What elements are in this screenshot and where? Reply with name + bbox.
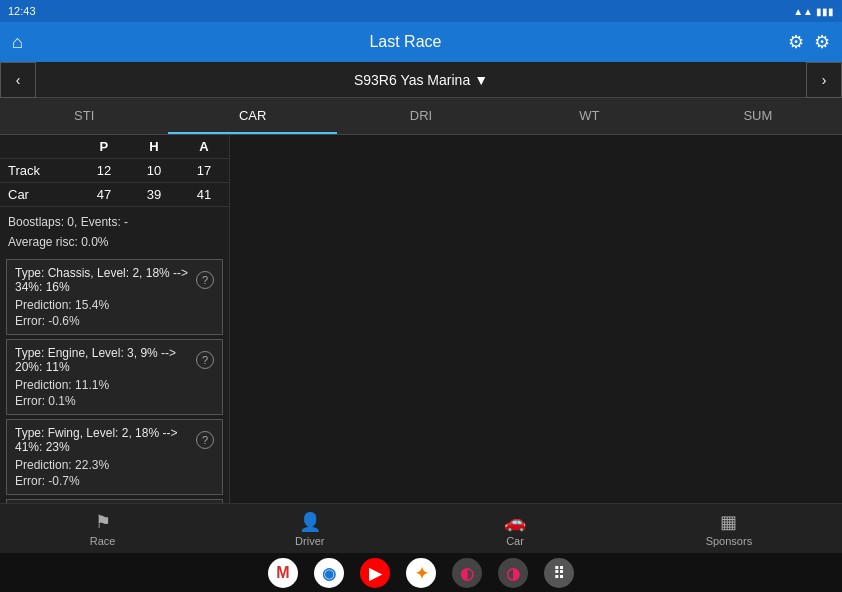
car-label: Car [506, 535, 524, 547]
nav-session-selector: S93R6 Yas Marina ▼ [354, 72, 488, 88]
main-content: PHA Track121017Car473941 Boostlaps: 0, E… [0, 135, 842, 503]
stats-col-header: A [179, 135, 229, 159]
bottom-nav-race[interactable]: ⚑Race [90, 511, 116, 547]
stats-cell-h: 39 [129, 183, 179, 207]
help-icon[interactable]: ? [196, 271, 214, 289]
stats-cell-label: Track [0, 159, 79, 183]
stats-table-row: Car473941 [0, 183, 229, 207]
upgrade-prediction: Prediction: 11.1% [15, 378, 214, 392]
driver-icon: 👤 [299, 511, 321, 533]
race-icon: ⚑ [95, 511, 111, 533]
upgrade-cards-container: Type: Chassis, Level: 2, 18% --> 34%: 16… [0, 259, 229, 503]
upgrade-card-0: Type: Chassis, Level: 2, 18% --> 34%: 16… [6, 259, 223, 335]
upgrade-type-row: Type: Fwing, Level: 2, 18% --> 41%: 23%? [15, 426, 214, 454]
bottom-nav: ⚑Race👤Driver🚗Car▦Sponsors [0, 503, 842, 553]
tab-dri[interactable]: DRI [337, 98, 505, 134]
car-icon: 🚗 [504, 511, 526, 533]
tab-wt[interactable]: WT [505, 98, 673, 134]
driver-label: Driver [295, 535, 324, 547]
nav-row: ‹ S93R6 Yas Marina ▼ › [0, 62, 842, 98]
stats-table: PHA Track121017Car473941 [0, 135, 229, 207]
upgrade-type-row: Type: Chassis, Level: 2, 18% --> 34%: 16… [15, 266, 214, 294]
android-app-app1[interactable]: ◐ [452, 558, 482, 588]
boost-info: Boostlaps: 0, Events: - [0, 211, 229, 233]
android-app-photos[interactable]: ✦ [406, 558, 436, 588]
android-app-gmail[interactable]: M [268, 558, 298, 588]
tabs: STICARDRIWTSUM [0, 98, 842, 135]
settings-icon-1[interactable]: ⚙ [788, 31, 804, 53]
bottom-nav-sponsors[interactable]: ▦Sponsors [706, 511, 752, 547]
status-icons: ▲▲ ▮▮▮ [793, 6, 834, 17]
sponsors-label: Sponsors [706, 535, 752, 547]
stats-cell-h: 10 [129, 159, 179, 183]
android-app-youtube[interactable]: ▶ [360, 558, 390, 588]
stats-cell-a: 41 [179, 183, 229, 207]
settings-icon-2[interactable]: ⚙ [814, 31, 830, 53]
tab-sum[interactable]: SUM [674, 98, 842, 134]
upgrade-prediction: Prediction: 15.4% [15, 298, 214, 312]
tab-car[interactable]: CAR [168, 98, 336, 134]
upgrade-error: Error: 0.1% [15, 394, 214, 408]
upgrade-card-2: Type: Fwing, Level: 2, 18% --> 41%: 23%?… [6, 419, 223, 495]
wifi-icon: ▲▲ [793, 6, 813, 17]
stats-header-row: PHA [0, 135, 229, 159]
stats-table-row: Track121017 [0, 159, 229, 183]
left-panel: PHA Track121017Car473941 Boostlaps: 0, E… [0, 135, 230, 503]
avg-rise: Average risc: 0.0% [0, 233, 229, 255]
upgrade-error: Error: -0.6% [15, 314, 214, 328]
race-label: Race [90, 535, 116, 547]
status-time: 12:43 [8, 5, 36, 17]
stats-cell-p: 12 [79, 159, 129, 183]
session-label: S93R6 Yas Marina [354, 72, 470, 88]
sponsors-icon: ▦ [720, 511, 737, 533]
tab-sti[interactable]: STI [0, 98, 168, 134]
stats-cell-a: 17 [179, 159, 229, 183]
android-app-grid[interactable]: ⠿ [544, 558, 574, 588]
bottom-nav-driver[interactable]: 👤Driver [295, 511, 324, 547]
upgrade-type-text: Type: Fwing, Level: 2, 18% --> 41%: 23% [15, 426, 196, 454]
status-bar: 12:43 ▲▲ ▮▮▮ [0, 0, 842, 22]
home-icon[interactable]: ⌂ [12, 32, 23, 53]
app-bar-title: Last Race [369, 33, 441, 51]
upgrade-error: Error: -0.7% [15, 474, 214, 488]
upgrade-card-1: Type: Engine, Level: 3, 9% --> 20%: 11%?… [6, 339, 223, 415]
nav-next-button[interactable]: › [806, 62, 842, 98]
battery-icon: ▮▮▮ [816, 6, 834, 17]
stats-col-header: H [129, 135, 179, 159]
upgrade-card-3: Type: Rwing, Level: 2, 21% --> 46%: 25%?… [6, 499, 223, 503]
right-panel [230, 135, 842, 503]
android-bar: M◉▶✦◐◑⠿ [0, 553, 842, 592]
upgrade-type-text: Type: Engine, Level: 3, 9% --> 20%: 11% [15, 346, 196, 374]
bottom-nav-car[interactable]: 🚗Car [504, 511, 526, 547]
stats-cell-p: 47 [79, 183, 129, 207]
help-icon[interactable]: ? [196, 431, 214, 449]
stats-col-header: P [79, 135, 129, 159]
stats-col-header [0, 135, 79, 159]
dropdown-arrow-icon: ▼ [474, 72, 488, 88]
upgrade-type-row: Type: Engine, Level: 3, 9% --> 20%: 11%? [15, 346, 214, 374]
session-dropdown[interactable]: S93R6 Yas Marina ▼ [354, 72, 488, 88]
help-icon[interactable]: ? [196, 351, 214, 369]
stats-table-header: PHA [0, 135, 229, 159]
stats-cell-label: Car [0, 183, 79, 207]
stats-table-body: Track121017Car473941 [0, 159, 229, 207]
upgrade-type-text: Type: Chassis, Level: 2, 18% --> 34%: 16… [15, 266, 196, 294]
app-bar-actions: ⚙ ⚙ [788, 31, 830, 53]
upgrade-prediction: Prediction: 22.3% [15, 458, 214, 472]
nav-prev-button[interactable]: ‹ [0, 62, 36, 98]
android-app-app2[interactable]: ◑ [498, 558, 528, 588]
app-bar: ⌂ Last Race ⚙ ⚙ [0, 22, 842, 62]
android-app-chrome[interactable]: ◉ [314, 558, 344, 588]
